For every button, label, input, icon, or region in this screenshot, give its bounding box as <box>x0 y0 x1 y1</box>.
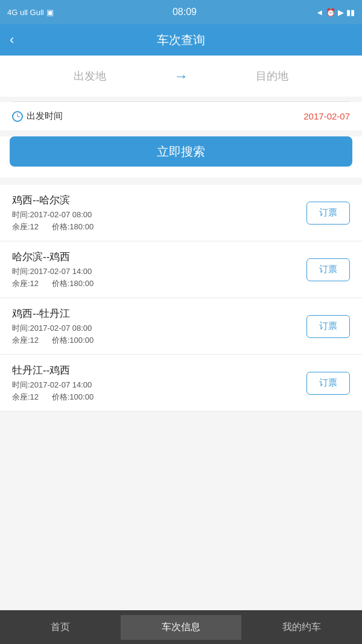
table-row: 牡丹江--鸡西 时间:2017-02-07 14:00 余座:12 价格:100… <box>0 355 362 412</box>
result-route-2: 鸡西--牡丹江 <box>12 307 306 320</box>
route-arrow-icon: → <box>174 68 188 84</box>
route-to-field[interactable]: 目的地 <box>194 69 350 83</box>
departure-date-value[interactable]: 2017-02-07 <box>303 111 350 121</box>
nav-item-my-booking[interactable]: 我的约车 <box>241 615 362 640</box>
result-info-1: 哈尔滨--鸡西 时间:2017-02-07 14:00 余座:12 价格:180… <box>12 250 306 289</box>
result-time-2: 时间:2017-02-07 08:00 <box>12 323 306 334</box>
screenshot-icon: ▣ <box>46 8 54 17</box>
ticket-button-2[interactable]: 订票 <box>306 315 350 338</box>
status-bar-left: 4G ull Gull ▣ <box>7 8 54 17</box>
result-time-0: 时间:2017-02-07 08:00 <box>12 209 306 220</box>
ticket-button-1[interactable]: 订票 <box>306 258 350 281</box>
table-row: 鸡西--牡丹江 时间:2017-02-07 08:00 余座:12 价格:100… <box>0 298 362 355</box>
battery-icon: ▮▮ <box>346 8 355 17</box>
result-time-1: 时间:2017-02-07 14:00 <box>12 266 306 277</box>
route-selector: 出发地 → 目的地 <box>0 56 362 97</box>
result-route-3: 牡丹江--鸡西 <box>12 363 306 377</box>
departure-time-label: 出发时间 <box>27 110 63 122</box>
back-button[interactable]: ‹ <box>10 32 14 48</box>
result-seats-0: 余座:12 价格:180:00 <box>12 222 306 232</box>
result-route-0: 鸡西--哈尔滨 <box>12 193 306 207</box>
signal-icon: 4G ull Gull <box>7 8 44 17</box>
result-info-2: 鸡西--牡丹江 时间:2017-02-07 08:00 余座:12 价格:100… <box>12 307 306 346</box>
alarm-icon: ⏰ <box>326 8 335 17</box>
result-time-3: 时间:2017-02-07 14:00 <box>12 380 306 391</box>
status-bar: 4G ull Gull ▣ 08:09 ◄ ⏰ ▶ ▮▮ <box>0 0 362 24</box>
bottom-navigation: 首页 车次信息 我的约车 <box>0 610 362 644</box>
status-bar-time: 08:09 <box>173 7 197 18</box>
table-row: 哈尔滨--鸡西 时间:2017-02-07 14:00 余座:12 价格:180… <box>0 241 362 298</box>
nav-item-home[interactable]: 首页 <box>0 615 121 640</box>
search-button[interactable]: 立即搜索 <box>10 136 352 167</box>
results-list: 鸡西--哈尔滨 时间:2017-02-07 08:00 余座:12 价格:180… <box>0 185 362 412</box>
date-label: 出发时间 <box>12 110 63 122</box>
route-from-field[interactable]: 出发地 <box>12 69 168 83</box>
result-info-3: 牡丹江--鸡西 时间:2017-02-07 14:00 余座:12 价格:100… <box>12 363 306 403</box>
table-row: 鸡西--哈尔滨 时间:2017-02-07 08:00 余座:12 价格:180… <box>0 185 362 241</box>
content-spacer <box>0 412 362 520</box>
page-title: 车次查询 <box>157 32 205 48</box>
result-seats-3: 余座:12 价格:100:00 <box>12 392 306 403</box>
result-route-1: 哈尔滨--鸡西 <box>12 250 306 264</box>
status-bar-right: ◄ ⏰ ▶ ▮▮ <box>316 8 355 17</box>
search-container: 立即搜索 <box>0 136 362 177</box>
spacer <box>0 177 362 185</box>
main-content: 出发地 → 目的地 出发时间 2017-02-07 立即搜索 鸡西--哈尔滨 时… <box>0 56 362 610</box>
wifi-icon: ▶ <box>338 8 344 17</box>
result-seats-1: 余座:12 价格:180:00 <box>12 278 306 289</box>
date-row: 出发时间 2017-02-07 <box>0 102 362 130</box>
nav-item-train-info[interactable]: 车次信息 <box>121 615 241 640</box>
clock-icon <box>12 111 23 122</box>
ticket-button-0[interactable]: 订票 <box>306 202 350 225</box>
signal-bars-icon: ◄ <box>316 8 323 17</box>
ticket-button-3[interactable]: 订票 <box>306 372 350 395</box>
result-info-0: 鸡西--哈尔滨 时间:2017-02-07 08:00 余座:12 价格:180… <box>12 193 306 232</box>
result-seats-2: 余座:12 价格:100:00 <box>12 335 306 346</box>
page-header: ‹ 车次查询 <box>0 24 362 56</box>
